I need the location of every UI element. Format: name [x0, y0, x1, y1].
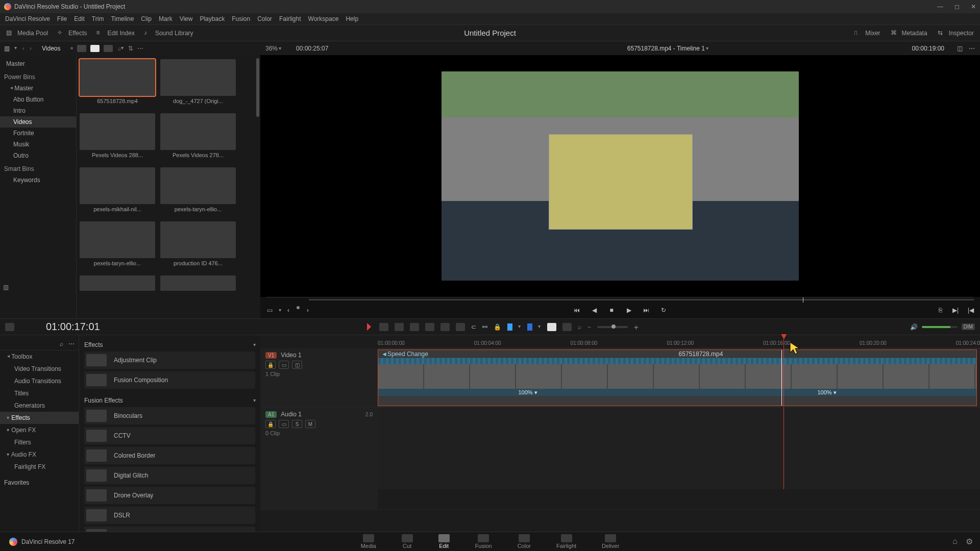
video-track-body[interactable]: ◄ Speed Change657518728.mp4 100% ▾100% ▾ [378, 348, 980, 407]
dual-viewer-icon[interactable]: ◫ [957, 45, 963, 52]
tree-item-intro[interactable]: Intro [0, 105, 76, 116]
viewer-canvas[interactable] [260, 55, 980, 297]
zoom-in-icon[interactable]: + [634, 323, 643, 331]
trim-tool-icon[interactable] [379, 323, 388, 331]
menu-file[interactable]: File [57, 15, 67, 22]
menu-view[interactable]: View [180, 15, 193, 22]
overwrite-clip-icon[interactable] [440, 323, 450, 331]
match-frame-icon[interactable]: ⎘ [936, 306, 944, 314]
effects-toggle[interactable]: ✧Effects [57, 29, 87, 37]
fxtree-toolbox[interactable]: ▸ Toolbox [0, 350, 79, 363]
marker-icon[interactable] [527, 323, 532, 331]
zoom-out-icon[interactable]: − [587, 323, 591, 331]
viewer-mode-chevron-icon[interactable]: ▸ [275, 309, 283, 312]
v1-lock-icon[interactable]: 🔒 [265, 361, 276, 369]
tree-item-fortnite[interactable]: Fortnite [0, 128, 76, 139]
tree-master[interactable]: Master [0, 58, 76, 69]
match-frame-next-icon[interactable]: › [304, 306, 312, 314]
thumbnail-view-button[interactable] [90, 45, 100, 52]
fxtree-openfx[interactable]: ▸ Open FX [0, 424, 79, 436]
fxtree-filters[interactable]: Filters [0, 436, 79, 448]
speed-split-handle[interactable] [781, 350, 782, 406]
mark-out-icon[interactable]: |◀ [967, 306, 975, 314]
match-frame-dot-icon[interactable] [297, 306, 300, 309]
clip-thumb[interactable]: pexels-taryn-ellio... [80, 221, 155, 266]
replace-clip-icon[interactable] [456, 323, 465, 331]
page-media[interactable]: Media [361, 534, 376, 549]
play-button[interactable]: ▶ [625, 306, 633, 314]
timeline-ruler[interactable]: 01:00:00:0001:00:04:0001:00:08:0001:00:1… [378, 335, 980, 348]
viewer-title[interactable]: 657518728.mp4 - Timeline 1 ▸ [627, 45, 709, 52]
fxtree-audio-transitions[interactable]: Audio Transitions [0, 375, 79, 387]
loop-button[interactable]: ↻ [659, 306, 668, 314]
fxtree-audiofx[interactable]: ▸ Audio FX [0, 448, 79, 461]
menu-clip[interactable]: Clip [141, 15, 152, 22]
a1-lock-icon[interactable]: 🔒 [265, 420, 276, 428]
timeline-timecode[interactable]: 01:00:17:01 [46, 321, 100, 333]
effect-item[interactable]: CCTV [84, 427, 255, 444]
clip-thumb[interactable]: Pexels Videos 278... [160, 113, 236, 158]
sound-library-toggle[interactable]: ♪Sound Library [144, 29, 193, 37]
menu-help[interactable]: Help [346, 15, 358, 22]
v1-auto-select-icon[interactable]: ▭ [279, 361, 289, 369]
search-chevron-icon[interactable]: ▸ [120, 47, 126, 49]
effect-item[interactable]: Fusion Composition [84, 371, 255, 389]
viewer-more-icon[interactable]: ⋯ [969, 45, 975, 52]
bin-view-chevron-icon[interactable]: ▸ [13, 47, 19, 49]
page-cut[interactable]: Cut [402, 534, 413, 549]
clip-thumb[interactable]: pexels-mikhail-nil... [80, 167, 155, 212]
mixer-toggle[interactable]: ⎍Mixer [854, 29, 880, 37]
sort-icon[interactable]: ⇅ [128, 45, 133, 52]
match-frame-prev-icon[interactable]: ‹ [284, 306, 292, 314]
fx-search-icon[interactable]: ⌕ [60, 340, 63, 347]
page-deliver[interactable]: Deliver [602, 534, 619, 549]
effect-item[interactable]: Drone Overlay [84, 487, 255, 504]
first-frame-button[interactable]: ⏮ [573, 306, 581, 314]
scrub-bar[interactable] [266, 297, 974, 302]
menu-playback[interactable]: Playback [200, 15, 225, 22]
nav-back-icon[interactable]: ‹ [22, 45, 24, 52]
clip-thumb[interactable] [80, 276, 155, 291]
zoom-search-icon[interactable]: ⌕ [578, 323, 581, 331]
fxtree-generators[interactable]: Generators [0, 399, 79, 412]
list-view-button[interactable] [104, 45, 113, 52]
tree-pb-master[interactable]: ▸ Master [0, 83, 76, 94]
fx-more-icon[interactable]: ⋯ [68, 340, 75, 347]
menu-color[interactable]: Color [257, 15, 272, 22]
insert-clip-icon[interactable] [425, 323, 434, 331]
clip-thumb[interactable]: dog_-_4727 (Origi... [160, 59, 236, 104]
blade-tool-icon[interactable] [410, 323, 419, 331]
media-pool-toggle[interactable]: ▤Media Pool [6, 29, 48, 37]
home-icon[interactable]: ⌂ [952, 537, 958, 546]
clip-thumb[interactable]: Pexels Videos 288... [80, 113, 155, 158]
edit-index-toggle[interactable]: ≡Edit Index [96, 29, 135, 37]
fxtree-video-transitions[interactable]: Video Transitions [0, 363, 79, 375]
timeline-view-options-icon[interactable] [5, 323, 14, 331]
menu-fusion[interactable]: Fusion [232, 15, 250, 22]
page-color[interactable]: Color [518, 534, 531, 549]
playhead[interactable] [783, 335, 784, 348]
fxtree-titles[interactable]: Titles [0, 387, 79, 399]
mark-in-icon[interactable]: ▶| [951, 306, 960, 314]
menu-workspace[interactable]: Workspace [308, 15, 339, 22]
menu-davinci[interactable]: DaVinci Resolve [5, 15, 50, 22]
audio-track-body[interactable] [378, 408, 980, 489]
selection-tool-icon[interactable] [367, 323, 373, 331]
a1-tag[interactable]: A1 [265, 411, 277, 418]
link-icon[interactable]: ⚯ [482, 323, 487, 331]
v1-enable-icon[interactable]: ◫ [292, 361, 302, 369]
menu-edit[interactable]: Edit [74, 15, 85, 22]
effect-item[interactable]: Adjustment Clip [84, 352, 255, 369]
browser-scrollbar[interactable] [256, 58, 259, 117]
tree-item-abo[interactable]: Abo Button [0, 94, 76, 105]
effect-item[interactable]: DSLR [84, 507, 255, 524]
more-icon[interactable]: ⋯ [137, 45, 143, 52]
a1-auto-select-icon[interactable]: ▭ [279, 420, 289, 428]
dim-button[interactable]: DIM [962, 323, 975, 330]
stop-button[interactable]: ■ [607, 306, 616, 314]
tree-item-outro[interactable]: Outro [0, 150, 76, 161]
fx-collapse-icon[interactable]: ▸ [251, 344, 258, 346]
zoom-to-fit-icon[interactable] [562, 323, 572, 331]
metadata-toggle[interactable]: ⌘Metadata [891, 29, 927, 37]
nav-fwd-icon[interactable]: › [30, 45, 32, 52]
